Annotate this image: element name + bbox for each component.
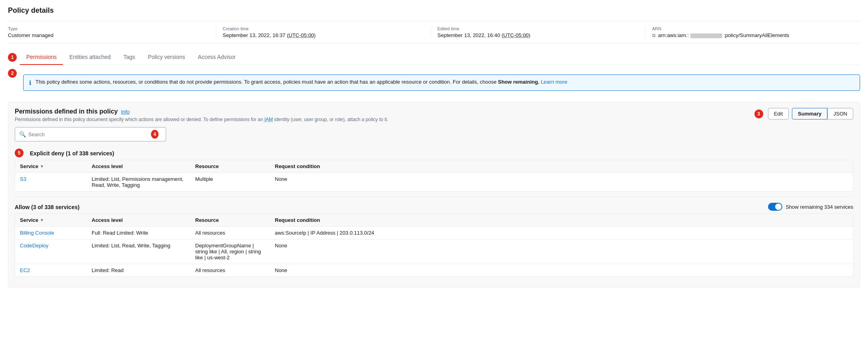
permissions-title: Permissions defined in this policy Info	[15, 108, 388, 115]
creation-value: September 13, 2022, 16:37 (UTC-05:00)	[223, 32, 424, 38]
info-text: This policy defines some actions, resour…	[35, 79, 567, 85]
deny-table-header: Service ▼ Access level Resource Request …	[15, 160, 853, 173]
search-box: 🔍 4	[15, 127, 166, 141]
deny-table-row: S3 Limited: List, Permissions management…	[15, 173, 853, 191]
action-buttons: 3 Edit Summary JSON	[754, 108, 853, 120]
show-remaining-link[interactable]: Show remaining.	[498, 79, 539, 85]
summary-button[interactable]: Summary	[792, 108, 827, 120]
edited-label: Edited time	[437, 26, 639, 31]
allow-title: Allow (3 of 338 services)	[15, 200, 80, 214]
codedeploy-condition: None	[270, 239, 853, 264]
allow-col-access: Access level	[87, 214, 190, 226]
tab-entities-attached[interactable]: Entities attached	[63, 50, 117, 65]
ec2-condition: None	[270, 264, 853, 276]
explicit-deny-title: Explicit deny (1 of 338 services)	[30, 146, 114, 160]
copy-icon[interactable]: ⧉	[652, 33, 656, 38]
toggle-label: Show remaining 334 services	[786, 204, 853, 210]
billing-resource: All resources	[190, 227, 270, 239]
deny-s3-condition: None	[270, 173, 853, 191]
info-icon: ℹ	[29, 79, 31, 86]
ec2-link[interactable]: EC2	[15, 264, 87, 276]
toggle-row: Show remaining 334 services	[768, 203, 853, 211]
allow-section: Allow (3 of 338 services) Show remaining…	[15, 196, 853, 277]
search-input[interactable]	[28, 131, 149, 137]
allow-header-row: Allow (3 of 338 services) Show remaining…	[15, 196, 853, 214]
edited-utc: UTC-05:00	[504, 32, 529, 38]
tab-access-advisor[interactable]: Access Advisor	[192, 50, 242, 65]
edited-value: September 13, 2022, 16:40 (UTC-05:00)	[437, 32, 639, 38]
step2-badge: 2	[8, 69, 17, 78]
step4-badge: 4	[151, 130, 159, 139]
deny-col-condition: Request condition	[270, 160, 853, 172]
permissions-desc: Permissions defined in this policy docum…	[15, 117, 388, 122]
tabs-container: Permissions Entities attached Tags Polic…	[20, 50, 860, 65]
ec2-access: Limited: Read	[87, 264, 190, 276]
metadata-arn: ARN ⧉ arn:aws:iam:: :policy/SummaryAllEl…	[646, 26, 860, 38]
codedeploy-link[interactable]: CodeDeploy	[15, 239, 87, 264]
metadata-edited: Edited time September 13, 2022, 16:40 (U…	[431, 26, 646, 38]
info-banner-row: 2 ℹ This policy defines some actions, re…	[8, 69, 860, 96]
allow-table: Service ▼ Access level Resource Request …	[15, 214, 853, 277]
type-value: Customer managed	[8, 32, 210, 38]
explicit-deny-section: 5 Explicit deny (1 of 338 services) Serv…	[15, 146, 853, 192]
tab-permissions[interactable]: Permissions	[20, 50, 63, 65]
creation-label: Creation time	[223, 26, 424, 31]
arn-label: ARN	[652, 26, 854, 31]
arn-value: arn:aws:iam:: :policy/SummaryAllElements	[658, 32, 789, 38]
step1-badge: 1	[8, 53, 17, 62]
step3-badge: 3	[754, 110, 763, 118]
billing-access: Full: Read Limited: Write	[87, 227, 190, 239]
iam-link[interactable]: IAM	[265, 117, 273, 122]
allow-table-header: Service ▼ Access level Resource Request …	[15, 214, 853, 227]
allow-col-service: Service ▼	[15, 214, 87, 226]
view-toggle: Summary JSON	[792, 108, 853, 120]
deny-col-access: Access level	[87, 160, 190, 172]
deny-s3-link[interactable]: S3	[15, 173, 87, 191]
metadata-creation: Creation time September 13, 2022, 16:37 …	[216, 26, 431, 38]
deny-s3-resource: Multiple	[190, 173, 270, 191]
deny-table: Service ▼ Access level Resource Request …	[15, 160, 853, 192]
codedeploy-resource: DeploymentGroupName | string like | All,…	[190, 239, 270, 264]
permissions-info-link[interactable]: Info	[121, 109, 130, 115]
allow-col-condition: Request condition	[270, 214, 853, 226]
allow-col-resource: Resource	[190, 214, 270, 226]
step5-badge: 5	[15, 149, 24, 157]
metadata-type: Type Customer managed	[8, 26, 216, 38]
info-banner: ℹ This policy defines some actions, reso…	[23, 74, 860, 91]
allow-row-billing: Billing Console Full: Read Limited: Writ…	[15, 227, 853, 239]
tabs-area: 1 Permissions Entities attached Tags Pol…	[8, 50, 860, 65]
ec2-resource: All resources	[190, 264, 270, 276]
deny-col-service: Service ▼	[15, 160, 87, 172]
learn-more-link[interactable]: Learn more	[541, 79, 567, 85]
allow-sort-icon-service[interactable]: ▼	[40, 218, 44, 222]
tab-policy-versions[interactable]: Policy versions	[141, 50, 191, 65]
sort-icon-service[interactable]: ▼	[40, 164, 44, 168]
show-remaining-toggle[interactable]	[768, 203, 782, 211]
toggle-knob	[775, 204, 782, 210]
deny-header-row: 5 Explicit deny (1 of 338 services)	[15, 146, 853, 160]
codedeploy-access: Limited: List, Read, Write, Tagging	[87, 239, 190, 264]
page-title: Policy details	[8, 6, 860, 15]
deny-s3-access: Limited: List, Permissions management, R…	[87, 173, 190, 191]
type-label: Type	[8, 26, 210, 31]
permissions-section: Permissions defined in this policy Info …	[8, 102, 860, 288]
billing-condition: aws:SourceIp | IP Address | 203.0.113.0/…	[270, 227, 853, 239]
creation-utc: UTC-05:00	[289, 32, 314, 38]
billing-console-link[interactable]: Billing Console	[15, 227, 87, 239]
arn-blurred	[690, 33, 722, 38]
arn-row: ⧉ arn:aws:iam:: :policy/SummaryAllElemen…	[652, 32, 854, 38]
tab-tags[interactable]: Tags	[117, 50, 142, 65]
allow-row-codedeploy: CodeDeploy Limited: List, Read, Write, T…	[15, 239, 853, 264]
permissions-header: Permissions defined in this policy Info …	[15, 108, 853, 122]
metadata-row: Type Customer managed Creation time Sept…	[8, 21, 860, 43]
search-icon: 🔍	[19, 131, 26, 137]
edit-button[interactable]: Edit	[768, 108, 789, 120]
allow-row-ec2: EC2 Limited: Read All resources None	[15, 264, 853, 276]
json-button[interactable]: JSON	[827, 108, 853, 120]
deny-col-resource: Resource	[190, 160, 270, 172]
